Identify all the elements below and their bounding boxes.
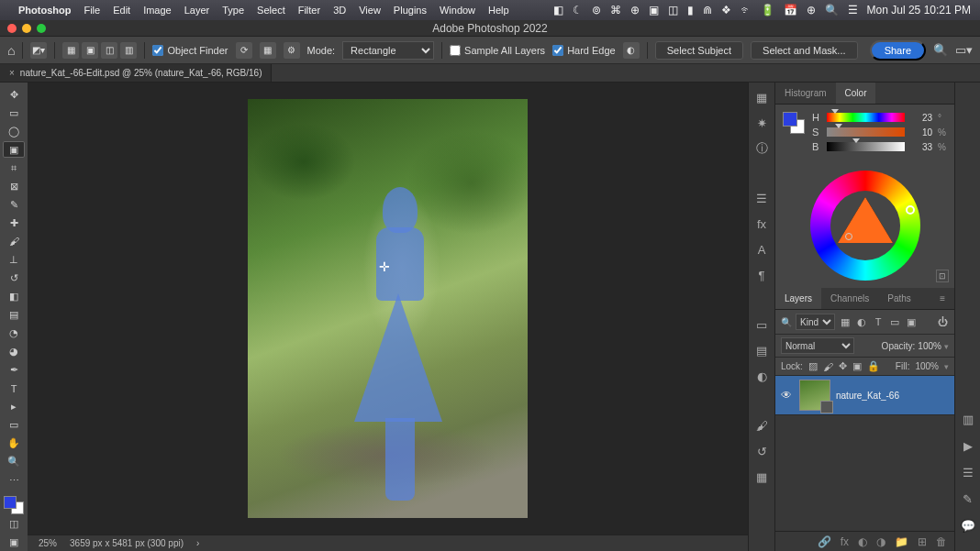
wifi-icon[interactable]: ᯤ: [741, 4, 752, 17]
document-canvas[interactable]: ✛: [248, 99, 528, 518]
color-wheel[interactable]: ⊡: [775, 163, 954, 288]
new-group-icon[interactable]: 📁: [895, 535, 908, 548]
filter-shape-icon[interactable]: ▭: [888, 316, 901, 328]
swatches-panel-icon[interactable]: ▦: [752, 88, 771, 106]
tab-channels[interactable]: Channels: [821, 288, 878, 309]
layer-row[interactable]: 👁 nature_Kat_-66: [775, 376, 954, 415]
menu-window[interactable]: Window: [440, 5, 475, 16]
layer-mask-icon[interactable]: ◐: [858, 535, 867, 548]
minimize-window-button[interactable]: [22, 24, 31, 33]
panel-foreground-color[interactable]: [783, 112, 797, 127]
clone-stamp-tool-icon[interactable]: ⊥: [3, 251, 25, 268]
history-panel-icon[interactable]: ↺: [752, 442, 771, 460]
expand-color-icon[interactable]: ⊡: [936, 270, 949, 282]
menu-image[interactable]: Image: [143, 5, 172, 16]
lock-position-icon[interactable]: ✥: [839, 360, 847, 372]
new-adjustment-icon[interactable]: ◑: [876, 535, 885, 548]
properties-panel-icon[interactable]: ▤: [752, 341, 771, 359]
menu-layer[interactable]: Layer: [184, 5, 210, 16]
panel-menu-icon[interactable]: ≡: [930, 288, 954, 309]
tab-layers[interactable]: Layers: [775, 288, 821, 309]
eyedropper-tool-icon[interactable]: ✎: [3, 196, 25, 213]
opacity-value[interactable]: 100%: [918, 341, 941, 351]
menu-plugins[interactable]: Plugins: [394, 5, 427, 16]
comments-panel-icon[interactable]: 💬: [961, 519, 975, 533]
control-center-icon[interactable]: ☰: [848, 4, 858, 17]
gradient-tool-icon[interactable]: ▤: [3, 307, 25, 324]
zoom-tool-icon[interactable]: 🔍: [3, 454, 25, 470]
delete-layer-icon[interactable]: 🗑: [936, 535, 947, 548]
refresh-icon[interactable]: ⟳: [236, 42, 252, 59]
lock-artboard-icon[interactable]: ▣: [852, 360, 862, 372]
search-icon[interactable]: 🔍: [825, 4, 839, 17]
battery-icon[interactable]: 🔋: [761, 4, 774, 17]
lock-pixels-icon[interactable]: 🖌: [823, 361, 833, 372]
home-icon[interactable]: ⌂: [7, 43, 15, 58]
menu-file[interactable]: File: [84, 5, 100, 16]
marquee-tool-icon[interactable]: ▭: [3, 105, 25, 121]
hue-ring-indicator[interactable]: [906, 205, 915, 215]
mode-select[interactable]: Rectangle: [342, 41, 434, 60]
menubar-clock[interactable]: Mon Jul 25 10:21 PM: [867, 4, 971, 17]
hard-edge-checkbox[interactable]: [552, 45, 563, 56]
brushes-panel-icon[interactable]: 🖌: [752, 416, 771, 435]
layer-filter-kind[interactable]: Kind: [796, 314, 835, 330]
type-tool-icon[interactable]: T: [3, 380, 25, 397]
actions-panel-icon[interactable]: ◐: [752, 367, 771, 385]
sat-value[interactable]: 10: [910, 127, 932, 138]
path-selection-tool-icon[interactable]: ▸: [3, 399, 25, 415]
zoom-window-button[interactable]: [37, 24, 46, 33]
character-panel-icon[interactable]: A: [752, 240, 771, 259]
new-layer-icon[interactable]: ⊞: [918, 535, 927, 548]
status-icon[interactable]: ☾: [573, 4, 583, 17]
show-objects-icon[interactable]: ▦: [260, 42, 276, 59]
navigator-panel-icon[interactable]: ▦: [752, 468, 771, 486]
panel-color-swatches[interactable]: [783, 112, 805, 134]
crop-tool-icon[interactable]: ⌗: [3, 160, 25, 176]
status-icon[interactable]: ◧: [553, 4, 563, 17]
pen-tool-icon[interactable]: ✒: [3, 362, 25, 379]
sample-all-layers-checkbox[interactable]: [450, 45, 461, 56]
status-icon[interactable]: ⊕: [630, 4, 640, 17]
brightness-slider[interactable]: [827, 142, 905, 151]
blur-tool-icon[interactable]: ◔: [3, 325, 25, 342]
select-and-mask-button[interactable]: Select and Mask...: [751, 41, 858, 60]
move-tool-icon[interactable]: ✥: [3, 86, 25, 103]
adjustments-panel-icon[interactable]: ☰: [752, 189, 771, 207]
add-selection-icon[interactable]: ▣: [82, 42, 98, 59]
app-name[interactable]: Photoshop: [18, 5, 71, 16]
status-icon[interactable]: ⊕: [807, 4, 816, 17]
blend-mode-select[interactable]: Normal: [781, 337, 854, 354]
filter-adjust-icon[interactable]: ◐: [855, 316, 868, 328]
edit-toolbar-icon[interactable]: ⋯: [3, 472, 25, 489]
sat-bri-indicator[interactable]: [845, 233, 852, 240]
dodge-tool-icon[interactable]: ◕: [3, 344, 25, 360]
eraser-tool-icon[interactable]: ◧: [3, 289, 25, 305]
status-icon[interactable]: ⌘: [610, 4, 621, 17]
filter-type-icon[interactable]: T: [872, 316, 885, 327]
history-brush-tool-icon[interactable]: ↺: [3, 270, 25, 286]
status-icon[interactable]: ⊚: [592, 4, 601, 17]
clone-source-icon[interactable]: ✎: [963, 492, 973, 506]
lock-transparency-icon[interactable]: ▨: [808, 360, 818, 372]
status-disclosure-icon[interactable]: ›: [196, 538, 199, 548]
tool-preset-icon[interactable]: ◩▾: [30, 42, 47, 59]
menu-filter[interactable]: Filter: [298, 5, 320, 16]
canvas-viewport[interactable]: ✛: [28, 83, 748, 534]
frame-tool-icon[interactable]: ⊠: [3, 178, 25, 194]
document-dimensions[interactable]: 3659 px x 5481 px (300 ppi): [70, 538, 184, 548]
saturation-slider[interactable]: [827, 127, 905, 137]
tab-color[interactable]: Color: [836, 83, 876, 104]
healing-brush-tool-icon[interactable]: ✚: [3, 215, 25, 231]
quick-mask-icon[interactable]: ◫: [3, 516, 25, 533]
layer-style-icon[interactable]: fx: [841, 535, 849, 548]
link-layers-icon[interactable]: 🔗: [818, 535, 831, 548]
actions-play-icon[interactable]: ▶: [963, 439, 973, 453]
subtract-selection-icon[interactable]: ◫: [101, 42, 117, 59]
zoom-level[interactable]: 25%: [39, 538, 57, 548]
bri-value[interactable]: 33: [910, 142, 932, 152]
select-subject-button[interactable]: Select Subject: [655, 41, 743, 60]
brush-tool-icon[interactable]: 🖌: [3, 233, 25, 249]
new-selection-icon[interactable]: ▦: [62, 42, 79, 59]
object-finder-checkbox[interactable]: [152, 45, 163, 56]
